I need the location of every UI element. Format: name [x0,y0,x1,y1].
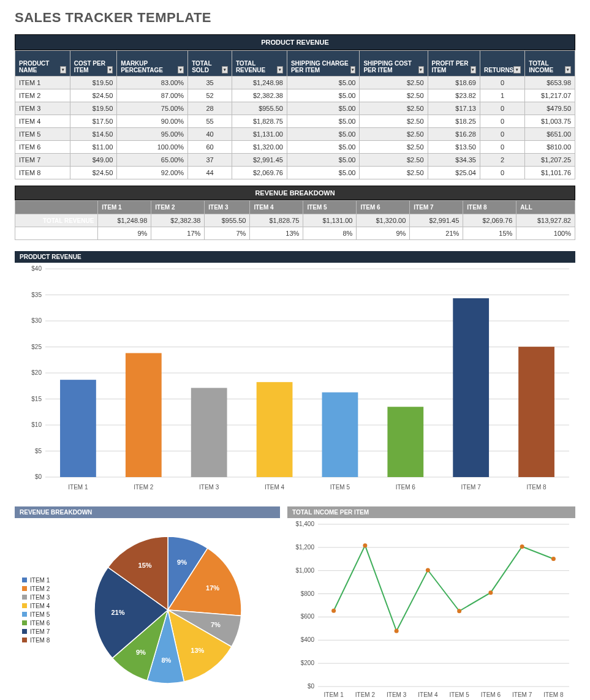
cell: 92.00% [117,167,188,179]
cell: 17% [151,227,205,240]
x-tick-label: ITEM 2 [355,691,376,698]
column-header: TOTAL SOLD▾ [188,51,232,77]
cell: ITEM 3 [15,102,70,115]
cell: 21% [410,227,463,240]
cell: $1,207.25 [525,154,575,167]
x-tick-label: ITEM 3 [387,691,407,698]
table-row: ITEM 8$24.5092.00%44$2,069.76$5.00$2.50$… [15,167,575,179]
filter-dropdown-icon[interactable]: ▾ [565,66,571,73]
header-label: MARKUP PERCENTAGE [121,60,178,73]
table-row: ITEM 1$19.5083.00%35$1,248.98$5.00$2.50$… [15,77,575,89]
data-point [331,609,336,613]
cell: $18.25 [428,115,480,128]
y-tick-label: $25 [31,344,42,350]
filter-dropdown-icon[interactable]: ▾ [513,66,521,73]
pie-slice-label: 15% [138,562,152,569]
legend-item: ITEM 2 [22,585,62,592]
cell: ITEM 6 [15,141,70,154]
cell: $2.50 [360,115,428,128]
product-revenue-table: PRODUCT NAME▾COST PER ITEM▾MARKUP PERCEN… [15,50,575,179]
cell: $651.00 [525,128,575,141]
legend-swatch [22,620,27,625]
x-tick-label: ITEM 5 [450,691,470,698]
legend-label: ITEM 4 [30,603,50,609]
cell: $24.50 [70,89,117,102]
cell: $5.00 [287,154,360,167]
cell: $2.50 [360,102,428,115]
filter-dropdown-icon[interactable]: ▾ [178,66,184,73]
bar [387,407,423,477]
header-label: PRODUCT NAME [19,60,60,73]
filter-dropdown-icon[interactable]: ▾ [222,66,228,73]
legend-swatch [22,612,27,617]
cell: 95.00% [117,128,188,141]
data-point [520,544,524,549]
y-tick-label: $400 [301,636,315,643]
table-row: ITEM 3$19.5075.00%28$955.50$5.00$2.50$17… [15,102,575,115]
header-label: TOTAL REVENUE [236,60,277,73]
legend-item: ITEM 8 [22,637,62,644]
x-tick-label: ITEM 2 [134,484,154,491]
cell: 100.00% [117,141,188,154]
header-label: SHIPPING CHARGE PER ITEM [291,60,350,73]
table-row: ITEM 2$24.5087.00%52$2,382.38$5.00$2.50$… [15,89,575,102]
filter-dropdown-icon[interactable]: ▾ [471,66,476,73]
cell: 65.00% [117,154,188,167]
bar-chart: $0$5$10$15$20$25$30$35$40ITEM 1ITEM 2ITE… [15,263,575,495]
pie-slice-label: 13% [191,647,204,654]
y-tick-label: $1,200 [295,544,314,551]
cell: $479.50 [525,102,575,115]
legend-swatch [22,586,27,591]
pie-chart: ITEM 1ITEM 2ITEM 3ITEM 4ITEM 5ITEM 6ITEM… [15,518,280,700]
cell: 0 [480,102,524,115]
legend-item: ITEM 1 [22,577,62,584]
filter-dropdown-icon[interactable]: ▾ [418,66,424,73]
y-tick-label: $800 [301,590,315,597]
page-title: SALES TRACKER TEMPLATE [15,10,575,26]
filter-dropdown-icon[interactable]: ▾ [350,66,356,73]
cell: $1,217.07 [525,89,575,102]
x-tick-label: ITEM 7 [461,484,482,491]
column-header: TOTAL REVENUE▾ [232,51,287,77]
blank-header [15,201,98,214]
y-tick-label: $35 [31,292,42,298]
y-tick-label: $40 [31,265,42,272]
cell: 0 [480,167,524,179]
cell: 13% [250,227,303,240]
cell: $19.50 [70,102,117,115]
column-header: RETURNS▾ [480,51,524,77]
cell: 1 [480,89,524,102]
revenue-breakdown-table: ITEM 1ITEM 2ITEM 3ITEM 4ITEM 5ITEM 6ITEM… [15,200,575,240]
column-header: ITEM 6 [357,201,410,214]
x-tick-label: ITEM 8 [543,691,564,698]
x-tick-label: ITEM 3 [199,484,219,491]
cell: 90.00% [117,115,188,128]
cell: $5.00 [287,102,360,115]
cell: 9% [357,227,410,240]
cell: $17.13 [428,102,480,115]
cell: 52 [188,89,232,102]
cell: $653.98 [525,77,575,89]
cell: $2,382.38 [151,214,205,227]
y-tick-label: $0 [35,473,42,480]
cell: $2.50 [360,167,428,179]
cell: $17.50 [70,115,117,128]
cell: $1,320.00 [357,214,410,227]
y-tick-label: $1,400 [295,521,314,527]
cell: 15% [463,227,516,240]
y-tick-label: $10 [31,421,42,428]
filter-dropdown-icon[interactable]: ▾ [107,66,113,73]
legend-label: ITEM 1 [30,577,50,584]
bar [322,393,358,477]
row-label: PERCENTAGE [15,227,98,240]
table-row: ITEM 5$14.5095.00%40$1,131.00$5.00$2.50$… [15,128,575,141]
cell: $2,991.45 [410,214,463,227]
x-tick-label: ITEM 6 [481,691,501,698]
cell: $16.28 [428,128,480,141]
filter-dropdown-icon[interactable]: ▾ [60,66,66,73]
cell: $34.35 [428,154,480,167]
cell: $955.50 [205,214,250,227]
filter-dropdown-icon[interactable]: ▾ [277,66,283,73]
data-point [395,629,399,633]
bar [126,353,162,477]
